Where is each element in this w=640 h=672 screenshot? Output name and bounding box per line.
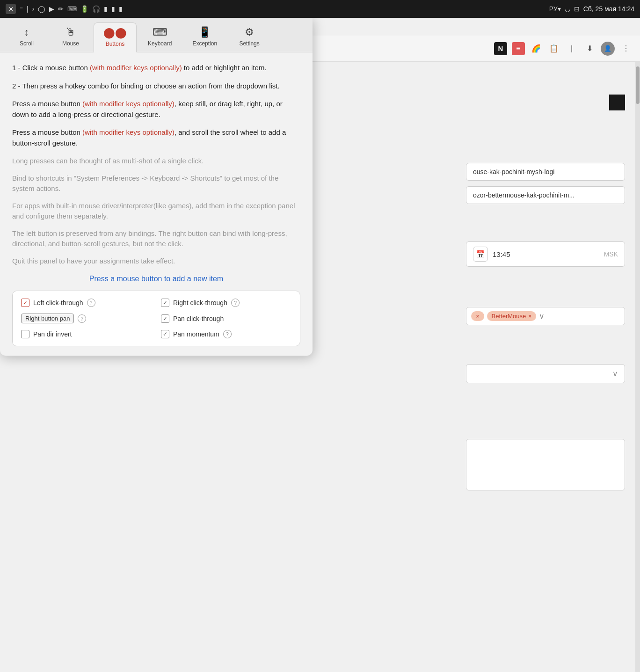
keyboard-tab-label: Keyboard [148,40,172,47]
right-clickthrough-checkbox[interactable]: ✓ [161,299,169,307]
note-3: For apps with built-in mouse driver/inte… [12,201,300,222]
inst1-text2: to add or highlight an item. [182,64,267,72]
extra-tag: × [471,311,484,321]
calendar-time-field[interactable]: 📅 13:45 MSK [466,241,625,267]
checkbox-right-button-pan: Right button pan ? [21,314,152,323]
exception-tab-icon: 📱 [198,26,211,38]
todoist-icon[interactable]: ≡ [512,42,525,55]
app-icon-6: ✏ [58,5,64,13]
pan-momentum-help-icon[interactable]: ? [223,330,232,338]
battery4-icon: ▮ [119,5,123,13]
dropdown-1[interactable]: ∨ [466,364,625,383]
tab-mouse[interactable]: 🖱 Mouse [50,22,92,52]
cta-add-item-link[interactable]: Press a mouse button to add a new item [12,275,300,283]
tab-settings[interactable]: ⚙ Settings [228,22,270,52]
pan-clickthrough-checkbox[interactable]: ✓ [161,314,169,323]
url-field-1[interactable]: ouse-kak-pochinit-mysh-logi [466,163,625,181]
pan-dir-invert-label: Pan dir invert [33,330,72,338]
inst1-highlight: (with modifier keys optionally) [90,64,182,72]
instruction-2: 2 - Then press a hotkey combo for bindin… [12,81,300,92]
pan-momentum-checkbox[interactable]: ✓ [161,330,169,338]
more-icon[interactable]: ⋮ [619,42,633,55]
checkbox-pan-dir-invert: Pan dir invert [21,330,152,338]
battery2-icon: ▮ [104,5,108,13]
tab-bar: ↕ Scroll 🖱 Mouse ⬤⬤ Buttons ⌨ Keyboard 📱… [0,18,313,52]
notion-icon[interactable]: N [494,42,507,55]
checkbox-options-area: ✓ Left click-through ? ✓ Right click-thr… [12,291,300,346]
tab-keyboard[interactable]: ⌨ Keyboard [138,22,181,52]
right-clickthrough-label: Right click-through [173,299,227,307]
timezone-label: MSK [604,250,618,258]
instruction-1: 1 - Click a mouse button (with modifier … [12,63,300,73]
inst3-text1: Press a mouse button [12,100,82,108]
browser-toolbar: N ≡ 🌈 📋 | ⬇ 👤 ⋮ [303,36,640,62]
inst3-highlight: (with modifier keys optionally) [82,100,175,108]
settings-tab-label: Settings [239,40,259,47]
tab-scroll[interactable]: ↕ Scroll [6,22,48,52]
app-icon-3: › [32,5,35,13]
settings-tab-icon: ⚙ [245,26,254,38]
left-clickthrough-label: Left click-through [33,299,83,307]
tag-remove-button[interactable]: × [528,313,531,320]
app-icon-2: | [27,5,29,13]
panel-body: 1 - Click a mouse button (with modifier … [0,52,313,356]
left-clickthrough-help-icon[interactable]: ? [87,299,95,307]
clipboard-icon[interactable]: 📋 [547,42,560,55]
keyboard-tab-icon: ⌨ [153,26,167,38]
pan-momentum-check-icon: ✓ [163,331,167,337]
tab-buttons[interactable]: ⬤⬤ Buttons [94,22,137,52]
buttons-tab-label: Buttons [106,41,125,47]
url-text-2: ozor-bettermouse-kak-pochinit-m... [473,191,575,199]
note-1: Long presses can be thought of as multi-… [12,156,300,167]
right-clickthrough-check-icon: ✓ [163,299,167,306]
left-clickthrough-check-icon: ✓ [23,299,28,306]
checkbox-pan-clickthrough: ✓ Pan click-through [161,314,291,323]
tab-exception[interactable]: 📱 Exception [183,22,226,52]
right-button-pan-help-icon[interactable]: ? [78,314,86,323]
rainbow-icon[interactable]: 🌈 [530,42,543,55]
black-square-decoration [609,95,625,110]
chevron-down-icon-1: ∨ [612,369,618,378]
pan-clickthrough-check-icon: ✓ [163,315,167,322]
scroll-tab-icon: ↕ [24,26,29,38]
app-icon-7: ⌨ [67,5,77,13]
bettermouse-tag: BetterMouse × [487,311,537,321]
pan-clickthrough-label: Pan click-through [173,315,224,322]
mouse-tab-label: Mouse [62,40,79,47]
system-bar: ✕ ⁻ | › ◯ ▶ ✏ ⌨ 🔋 🎧 ▮ ▮ ▮ РУ▾ ◡ ⊟ Сб, 25… [0,0,640,18]
instruction-3: Press a mouse button (with modifier keys… [12,99,300,120]
battery3-icon: ▮ [111,5,115,13]
right-button-pan-label: Right button pan [21,314,74,323]
instruction-4: Press a mouse button (with modifier keys… [12,127,300,148]
scrollbar-thumb[interactable] [636,66,640,104]
app-icon-5: ▶ [49,5,54,13]
tag-label: BetterMouse [492,313,526,320]
url-field-2[interactable]: ozor-bettermouse-kak-pochinit-m... [466,186,625,204]
ru-lang-icon: РУ▾ [549,5,561,13]
scrollbar[interactable] [635,62,640,672]
app-icon-4: ◯ [38,5,45,13]
pan-dir-invert-checkbox[interactable] [21,330,29,338]
exception-tab-label: Exception [192,40,217,47]
inst4-highlight: (with modifier keys optionally) [82,128,175,136]
checkbox-right-clickthrough: ✓ Right click-through ? [161,299,291,307]
control-icon: ⊟ [574,5,580,13]
right-clickthrough-help-icon[interactable]: ? [231,299,240,307]
tag-area: × BetterMouse × ∨ [466,307,625,325]
inst1-text1: 1 - Click a mouse button [12,64,90,72]
headphone-icon: 🎧 [92,5,100,13]
bettermouse-panel: ↕ Scroll 🖱 Mouse ⬤⬤ Buttons ⌨ Keyboard 📱… [0,18,313,356]
avatar[interactable]: 👤 [601,42,615,56]
calendar-icon[interactable]: 📅 [473,247,488,262]
left-clickthrough-checkbox[interactable]: ✓ [21,299,29,307]
divider-icon: | [565,42,578,55]
tag-dropdown-chevron[interactable]: ∨ [539,312,545,321]
close-button[interactable]: ✕ [6,4,16,14]
textarea-field[interactable] [466,439,625,490]
pan-momentum-label: Pan momentum [173,330,219,338]
download-icon[interactable]: ⬇ [583,42,596,55]
checkbox-left-clickthrough: ✓ Left click-through ? [21,299,152,307]
system-time: Сб, 25 мая 14:24 [583,5,634,13]
extra-tag-x[interactable]: × [476,313,480,320]
note-4: The left button is preserved from any bi… [12,228,300,249]
